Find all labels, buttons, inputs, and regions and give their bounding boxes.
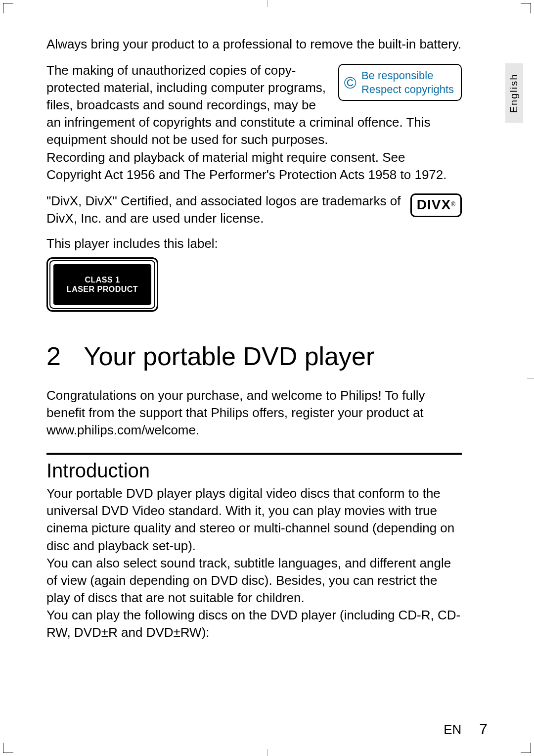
chapter-heading: 2 Your portable DVD player [46, 341, 462, 371]
section-rule [46, 453, 462, 455]
recording-paragraph: Recording and playback of material might… [46, 149, 462, 184]
crop-mark [521, 3, 531, 13]
chapter-title: Your portable DVD player [84, 342, 375, 371]
divx-logo-text: DIVX [417, 197, 451, 213]
congratulations-paragraph: Congratulations on your purchase, and we… [46, 387, 462, 439]
crop-mark [521, 743, 531, 753]
trim-tick [267, 749, 268, 756]
page-footer: EN 7 [444, 720, 488, 737]
divx-logo: DIVX® [410, 193, 462, 217]
copyright-icon: © [344, 74, 356, 91]
crop-mark [3, 3, 13, 13]
copyright-badge-text: Be responsible Respect copyrights [361, 69, 454, 96]
trim-tick [267, 0, 268, 7]
trim-tick [527, 378, 534, 379]
language-tab: English [505, 63, 523, 123]
language-tab-label: English [509, 73, 520, 113]
page-content: Always bring your product to a professio… [46, 36, 462, 650]
intro-paragraph-3: You can play the following discs on the … [46, 607, 462, 641]
laser-label-line2: LASER PRODUCT [67, 284, 138, 294]
intro-paragraph-2: You can also select sound track, subtitl… [46, 555, 462, 607]
battery-note: Always bring your product to a professio… [46, 36, 462, 53]
section-heading: Introduction [46, 460, 462, 482]
chapter-number: 2 [46, 341, 77, 371]
copyright-badge-line1: Be responsible [361, 69, 454, 83]
intro-paragraph-1: Your portable DVD player plays digital v… [46, 485, 462, 554]
footer-language: EN [444, 722, 461, 737]
crop-mark [3, 743, 13, 753]
divx-paragraph: "DivX, DivX" Certified, and associated l… [46, 192, 462, 227]
label-heading: This player includes this label: [46, 236, 462, 251]
laser-label-line1: CLASS 1 [85, 275, 120, 284]
laser-product-label: CLASS 1 LASER PRODUCT [46, 257, 158, 312]
copyright-badge-line2: Respect copyrights [361, 83, 454, 96]
copyright-badge: © Be responsible Respect copyrights [338, 64, 462, 101]
footer-page-number: 7 [479, 720, 488, 737]
registered-icon: ® [451, 200, 455, 207]
